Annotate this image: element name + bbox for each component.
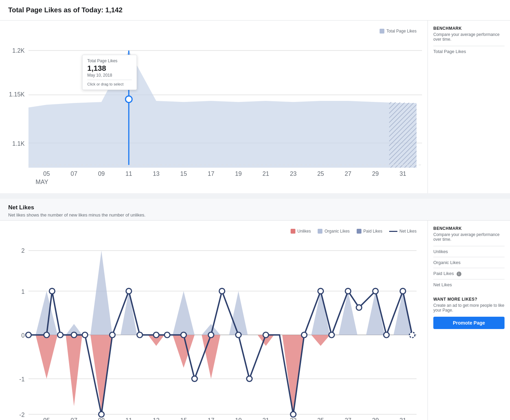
svg-text:27: 27 [345, 417, 352, 420]
benchmark1-link-0[interactable]: Total Page Likes [433, 46, 505, 57]
info-icon: i [457, 272, 461, 276]
benchmark2-link-0[interactable]: Unlikes [433, 246, 505, 257]
svg-text:19: 19 [235, 417, 242, 420]
organic-spike-1 [36, 291, 58, 335]
svg-text:15: 15 [180, 417, 187, 420]
svg-text:09: 09 [98, 170, 105, 177]
net-likes-line [28, 291, 412, 414]
net-dot-22 [318, 288, 323, 294]
net-dot-28 [400, 288, 406, 294]
want-more-title: WANT MORE LIKES? [433, 297, 505, 302]
svg-text:2: 2 [21, 247, 25, 254]
net-dot-19 [263, 332, 269, 338]
chart1-cursor-dot [126, 96, 132, 103]
total-likes-header: Total Page Likes as of Today: 1,142 [0, 0, 510, 21]
net-dot-21 [302, 332, 307, 338]
promote-page-button[interactable]: Promote Page [433, 317, 505, 329]
legend-box-organic [318, 229, 322, 234]
net-dot-7 [99, 412, 104, 417]
svg-text:11: 11 [126, 417, 132, 420]
svg-text:1.2K: 1.2K [12, 47, 25, 54]
net-dot-29 [409, 332, 415, 338]
tooltip-date: May 10, 2018 [87, 73, 132, 78]
benchmark2-link-3[interactable]: Net Likes [433, 279, 505, 290]
total-likes-chart-section: Total Page Likes 1.2K 1.15K 1.1K MAY [0, 21, 510, 193]
svg-text:31: 31 [399, 417, 406, 420]
organic-spike-11 [394, 291, 412, 335]
svg-text:07: 07 [71, 417, 77, 420]
svg-text:11: 11 [126, 170, 132, 177]
svg-text:21: 21 [263, 170, 269, 177]
svg-text:1.1K: 1.1K [12, 140, 25, 147]
svg-text:17: 17 [208, 417, 215, 420]
svg-text:29: 29 [372, 417, 379, 420]
chart2-svg: 2 1 0 -1 -2 MAY 05 [5, 236, 422, 420]
chart1-legend: Total Page Likes [5, 26, 422, 36]
organic-spike-3 [90, 251, 112, 335]
chart2-area: Unlikes Organic Likes Paid Likes Net Lik… [0, 221, 510, 420]
svg-text:31: 31 [399, 170, 406, 177]
svg-text:13: 13 [153, 170, 160, 177]
legend-total-page-likes: Total Page Likes [380, 29, 417, 34]
unlike-spike-3 [90, 335, 112, 412]
net-dot-3 [49, 288, 55, 294]
svg-text:15: 15 [180, 170, 187, 177]
net-dot-16 [219, 288, 225, 294]
unlike-spike-6 [202, 335, 220, 379]
chart1-area: Total Page Likes 1.2K 1.15K 1.1K MAY [0, 21, 510, 193]
net-dot-11 [153, 332, 159, 338]
chart2-container: Unlikes Organic Likes Paid Likes Net Lik… [0, 221, 428, 420]
tooltip-value: 1,138 [87, 64, 132, 73]
legend-label-paid: Paid Likes [364, 229, 382, 234]
svg-text:21: 21 [263, 417, 269, 420]
net-dot-4 [58, 332, 63, 338]
want-more-panel: WANT MORE LIKES? Create an ad to get mor… [433, 297, 505, 329]
benchmark2-link-1[interactable]: Organic Likes [433, 257, 505, 268]
svg-text:05: 05 [43, 170, 50, 177]
net-dot-24 [345, 288, 351, 294]
net-dot-23 [329, 332, 334, 338]
net-dot-26 [373, 288, 378, 294]
net-dot-15 [208, 332, 214, 338]
svg-text:MAY: MAY [36, 179, 48, 185]
net-dot-5 [71, 332, 77, 338]
paid-likes-label: Paid Likes [433, 271, 454, 276]
legend-organic: Organic Likes [318, 229, 349, 234]
net-dot-9 [126, 288, 131, 294]
net-dot-17 [236, 332, 241, 338]
organic-spike-9 [339, 291, 357, 335]
svg-text:19: 19 [235, 170, 242, 177]
svg-text:0: 0 [21, 332, 25, 339]
legend-label-net: Net Likes [399, 229, 417, 234]
benchmark1-desc: Compare your average performance over ti… [433, 32, 505, 42]
chart1-tooltip: Total Page Likes 1,138 May 10, 2018 Clic… [82, 55, 137, 90]
chart2-legend: Unlikes Organic Likes Paid Likes Net Lik… [5, 226, 422, 236]
organic-spike-8 [311, 291, 330, 335]
net-dot-10 [137, 332, 142, 338]
chart1-hatch [389, 102, 417, 168]
net-dot-8 [110, 332, 115, 338]
legend-box-paid [357, 229, 361, 234]
legend-label-total: Total Page Likes [386, 29, 417, 34]
net-likes-desc: Net likes shows the number of new likes … [8, 212, 502, 218]
net-likes-section: Net Likes Net likes shows the number of … [0, 199, 510, 420]
net-dot-18 [247, 376, 252, 382]
svg-text:-1: -1 [19, 376, 25, 383]
benchmark2-link-2[interactable]: Paid Likes i [433, 268, 505, 279]
svg-text:23: 23 [290, 170, 297, 177]
benchmark2-title: BENCHMARK [433, 226, 505, 231]
svg-text:13: 13 [153, 417, 160, 420]
svg-text:1: 1 [21, 288, 25, 295]
benchmark2-desc: Compare your average performance over ti… [433, 232, 505, 242]
net-dot-12 [164, 332, 170, 338]
net-dot-14 [192, 376, 197, 382]
want-more-desc: Create an ad to get more people to like … [433, 303, 505, 313]
net-dot-25 [356, 305, 362, 311]
net-dot-1 [26, 332, 31, 338]
legend-net: Net Likes [389, 229, 417, 234]
chart1-container: Total Page Likes 1.2K 1.15K 1.1K MAY [0, 21, 428, 193]
net-dot-13 [181, 332, 186, 338]
benchmark2-panel: BENCHMARK Compare your average performan… [428, 221, 510, 420]
page-title: Total Page Likes as of Today: 1,142 [8, 6, 502, 14]
net-likes-header: Net Likes Net likes shows the number of … [0, 199, 510, 221]
